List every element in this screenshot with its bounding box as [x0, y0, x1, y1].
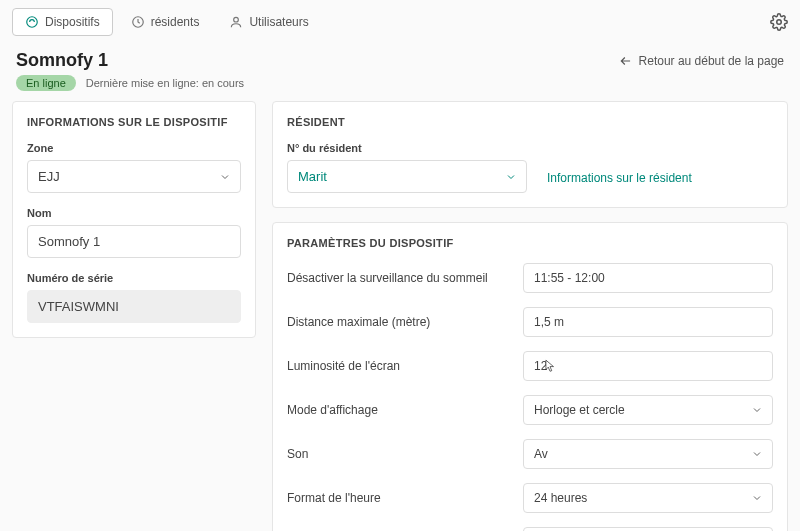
svg-point-3	[777, 20, 782, 25]
clock-icon	[131, 15, 145, 29]
resident-number-label: N° du résident	[287, 142, 527, 154]
setting-timeformat-select[interactable]	[523, 483, 773, 513]
settings-title: PARAMÈTRES DU DISPOSITIF	[287, 237, 773, 249]
setting-label-sleep: Désactiver la surveillance du sommeil	[287, 271, 511, 285]
svg-point-2	[234, 17, 239, 22]
resident-title: RÉSIDENT	[287, 116, 773, 128]
serial-label: Numéro de série	[27, 272, 241, 284]
serial-input	[27, 290, 241, 323]
setting-sound-select[interactable]	[523, 439, 773, 469]
tab-dispositifs[interactable]: Dispositifs	[12, 8, 113, 36]
zone-select[interactable]	[27, 160, 241, 193]
page-title: Somnofy 1	[16, 50, 108, 71]
setting-distance-input[interactable]	[523, 307, 773, 337]
title-row: Somnofy 1 Retour au début de la page	[0, 44, 800, 73]
devices-icon	[25, 15, 39, 29]
setting-label-sound: Son	[287, 447, 511, 461]
gear-icon[interactable]	[770, 13, 788, 31]
device-settings-card: PARAMÈTRES DU DISPOSITIF Désactiver la s…	[272, 222, 788, 531]
user-icon	[229, 15, 243, 29]
status-badge: En ligne	[16, 75, 76, 91]
setting-brightness-input[interactable]	[523, 351, 773, 381]
back-link-label: Retour au début de la page	[639, 54, 784, 68]
name-label: Nom	[27, 207, 241, 219]
resident-card: RÉSIDENT N° du résident Informations sur…	[272, 101, 788, 208]
resident-info-link[interactable]: Informations sur le résident	[547, 171, 692, 193]
setting-timezone-select[interactable]	[523, 527, 773, 531]
name-input[interactable]	[27, 225, 241, 258]
status-row: En ligne Dernière mise en ligne: en cour…	[0, 73, 800, 101]
tab-label: résidents	[151, 15, 200, 29]
setting-display-select[interactable]	[523, 395, 773, 425]
top-tabs: Dispositifs résidents Utilisateurs	[0, 0, 800, 44]
setting-label-display: Mode d'affichage	[287, 403, 511, 417]
back-to-top-link[interactable]: Retour au début de la page	[619, 54, 784, 68]
tab-utilisateurs[interactable]: Utilisateurs	[217, 9, 320, 35]
zone-label: Zone	[27, 142, 241, 154]
setting-label-timeformat: Format de l'heure	[287, 491, 511, 505]
setting-label-distance: Distance maximale (mètre)	[287, 315, 511, 329]
arrow-left-icon	[619, 54, 633, 68]
setting-label-brightness: Luminosité de l'écran	[287, 359, 511, 373]
device-info-card: INFORMATIONS SUR LE DISPOSITIF Zone Nom …	[12, 101, 256, 338]
device-info-title: INFORMATIONS SUR LE DISPOSITIF	[27, 116, 241, 128]
tab-residents[interactable]: résidents	[119, 9, 212, 35]
svg-point-0	[27, 17, 38, 28]
status-text: Dernière mise en ligne: en cours	[86, 77, 244, 89]
tab-label: Utilisateurs	[249, 15, 308, 29]
setting-sleep-input[interactable]	[523, 263, 773, 293]
resident-select[interactable]	[287, 160, 527, 193]
tab-label: Dispositifs	[45, 15, 100, 29]
